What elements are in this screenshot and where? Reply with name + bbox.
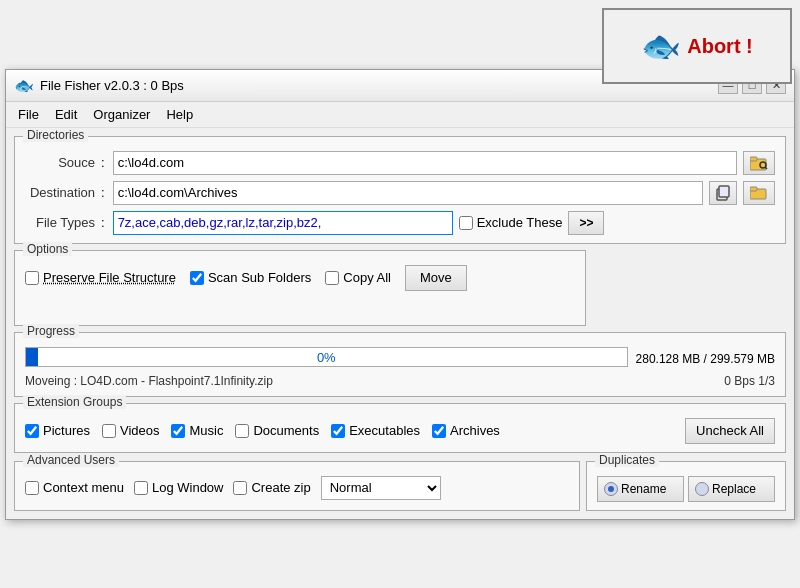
context-menu-checkbox[interactable] xyxy=(25,481,39,495)
archives-label[interactable]: Archives xyxy=(432,423,500,438)
main-window: 🐟 File Fisher v2.0.3 : 0 Bps — □ ✕ File … xyxy=(5,69,795,520)
executables-text: Executables xyxy=(349,423,420,438)
advanced-section: Advanced Users Context menu Log Window C… xyxy=(14,461,580,511)
pictures-label[interactable]: Pictures xyxy=(25,423,90,438)
preserve-text: Preserve File Structure xyxy=(43,270,176,285)
filetypes-label: File Types xyxy=(25,215,95,230)
videos-text: Videos xyxy=(120,423,160,438)
duplicates-label: Duplicates xyxy=(595,453,659,467)
content-area: Directories Souce : Destination xyxy=(6,128,794,519)
uncheck-all-button[interactable]: Uncheck All xyxy=(685,418,775,444)
folder-search-icon xyxy=(750,155,768,171)
documents-checkbox[interactable] xyxy=(235,424,249,438)
svg-rect-7 xyxy=(750,187,757,191)
source-browse-button[interactable] xyxy=(743,151,775,175)
copy-icon xyxy=(715,185,731,201)
abort-text: Abort ! xyxy=(687,35,753,58)
moving-row: Moveing : LO4D.com - Flashpoint7.1Infini… xyxy=(25,374,775,388)
destination-input[interactable] xyxy=(113,181,703,205)
progress-bar-container: 0% xyxy=(25,347,628,367)
filetypes-input[interactable] xyxy=(113,211,453,235)
filetypes-row: File Types : Exclude These >> xyxy=(25,211,775,235)
create-zip-label[interactable]: Create zip xyxy=(233,480,310,495)
documents-label[interactable]: Documents xyxy=(235,423,319,438)
log-window-label[interactable]: Log Window xyxy=(134,480,224,495)
source-colon: : xyxy=(101,155,105,170)
title-bar-left: 🐟 File Fisher v2.0.3 : 0 Bps xyxy=(14,76,184,95)
menu-organizer[interactable]: Organizer xyxy=(85,104,158,125)
filetypes-colon: : xyxy=(101,215,105,230)
rename-text: Rename xyxy=(621,482,666,496)
options-section: Options Preserve File Structure Scan Sub… xyxy=(14,250,586,326)
options-row: Preserve File Structure Scan Sub Folders… xyxy=(25,265,575,291)
destination-colon: : xyxy=(101,185,105,200)
duplicates-row: Rename Replace xyxy=(597,476,775,502)
videos-label[interactable]: Videos xyxy=(102,423,160,438)
log-window-checkbox[interactable] xyxy=(134,481,148,495)
copy-all-text: Copy All xyxy=(343,270,391,285)
context-menu-label[interactable]: Context menu xyxy=(25,480,124,495)
music-text: Music xyxy=(189,423,223,438)
destination-row: Destination : xyxy=(25,181,775,205)
create-zip-checkbox[interactable] xyxy=(233,481,247,495)
rename-button[interactable]: Rename xyxy=(597,476,684,502)
create-zip-text: Create zip xyxy=(251,480,310,495)
window-title: File Fisher v2.0.3 : 0 Bps xyxy=(40,78,184,93)
executables-label[interactable]: Executables xyxy=(331,423,420,438)
scan-checkbox[interactable] xyxy=(190,271,204,285)
svg-rect-1 xyxy=(750,157,757,161)
scan-text: Scan Sub Folders xyxy=(208,270,311,285)
documents-text: Documents xyxy=(253,423,319,438)
copy-all-checkbox[interactable] xyxy=(325,271,339,285)
exclude-checkbox-label[interactable]: Exclude These xyxy=(459,215,563,230)
directories-label: Directories xyxy=(23,128,88,142)
abort-fish-icon: 🐟 xyxy=(641,27,681,65)
options-label: Options xyxy=(23,242,72,256)
music-label[interactable]: Music xyxy=(171,423,223,438)
replace-radio xyxy=(695,482,709,496)
progress-size-info: 280.128 MB / 299.579 MB xyxy=(636,352,775,366)
options-wrapper: Options Preserve File Structure Scan Sub… xyxy=(14,250,786,326)
menu-bar: File Edit Organizer Help xyxy=(6,102,794,128)
source-input[interactable] xyxy=(113,151,737,175)
duplicates-section: Duplicates Rename Replace xyxy=(586,461,786,511)
source-row: Souce : xyxy=(25,151,775,175)
rename-radio xyxy=(604,482,618,496)
exclude-label: Exclude These xyxy=(477,215,563,230)
archives-text: Archives xyxy=(450,423,500,438)
destination-copy-button[interactable] xyxy=(709,181,737,205)
expand-button[interactable]: >> xyxy=(568,211,604,235)
progress-section: Progress 0% 280.128 MB / 299.579 MB Move… xyxy=(14,332,786,397)
replace-button[interactable]: Replace xyxy=(688,476,775,502)
replace-text: Replace xyxy=(712,482,756,496)
extension-groups-row: Pictures Videos Music Documents Executab… xyxy=(25,418,775,444)
options-box: Options Preserve File Structure Scan Sub… xyxy=(14,250,586,326)
menu-help[interactable]: Help xyxy=(158,104,201,125)
exclude-checkbox[interactable] xyxy=(459,216,473,230)
executables-checkbox[interactable] xyxy=(331,424,345,438)
copy-all-label[interactable]: Copy All xyxy=(325,270,391,285)
preserve-checkbox[interactable] xyxy=(25,271,39,285)
abort-button[interactable]: 🐟 Abort ! xyxy=(602,8,792,84)
move-button[interactable]: Move xyxy=(405,265,467,291)
menu-file[interactable]: File xyxy=(10,104,47,125)
advanced-label: Advanced Users xyxy=(23,453,119,467)
music-checkbox[interactable] xyxy=(171,424,185,438)
bottom-row: Advanced Users Context menu Log Window C… xyxy=(14,461,786,511)
log-window-text: Log Window xyxy=(152,480,224,495)
archives-checkbox[interactable] xyxy=(432,424,446,438)
extension-groups-section: Extension Groups Pictures Videos Music D… xyxy=(14,403,786,453)
directories-section: Directories Souce : Destination xyxy=(14,136,786,244)
preserve-label[interactable]: Preserve File Structure xyxy=(25,270,176,285)
svg-rect-5 xyxy=(719,186,729,197)
zip-mode-select[interactable]: Normal Fast Best xyxy=(321,476,441,500)
menu-edit[interactable]: Edit xyxy=(47,104,85,125)
progress-label: Progress xyxy=(23,324,79,338)
destination-browse-button[interactable] xyxy=(743,181,775,205)
pictures-checkbox[interactable] xyxy=(25,424,39,438)
videos-checkbox[interactable] xyxy=(102,424,116,438)
rename-radio-inner xyxy=(608,486,614,492)
pictures-text: Pictures xyxy=(43,423,90,438)
context-menu-text: Context menu xyxy=(43,480,124,495)
scan-label[interactable]: Scan Sub Folders xyxy=(190,270,311,285)
